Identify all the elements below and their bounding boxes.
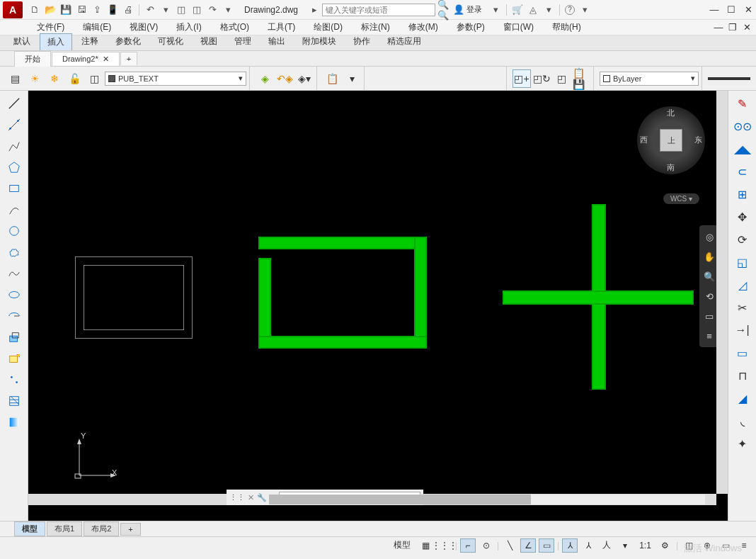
- tab-layout1[interactable]: 布局1: [47, 521, 82, 536]
- viewcube[interactable]: 上 北 南 西 东: [636, 105, 706, 176]
- user-icon[interactable]: 👤: [453, 4, 464, 16]
- move-icon[interactable]: ✥: [732, 207, 753, 227]
- doc-tab-start[interactable]: 开始: [14, 51, 51, 67]
- print-icon[interactable]: 🖨: [122, 4, 134, 16]
- trim-icon[interactable]: ✂: [732, 298, 753, 317]
- explode-icon[interactable]: ✦: [732, 434, 753, 453]
- layer-lock-icon[interactable]: 🔓: [65, 69, 84, 88]
- close-button[interactable]: ✕: [743, 5, 753, 15]
- drop1-icon[interactable]: ▾: [490, 4, 501, 16]
- search-input[interactable]: [322, 4, 435, 16]
- tab-featured[interactable]: 精选应用: [379, 33, 429, 50]
- undo-drop-icon[interactable]: ▾: [160, 4, 171, 16]
- menu-help[interactable]: 帮助(H): [549, 20, 584, 35]
- saveas-icon[interactable]: 🖫: [76, 4, 87, 16]
- drop2-icon[interactable]: ▾: [543, 4, 554, 16]
- tab-annotate[interactable]: 注释: [74, 33, 106, 50]
- lineweight-preview[interactable]: [708, 77, 750, 80]
- insert-block-icon[interactable]: [2, 327, 26, 347]
- tab-model[interactable]: 模型: [14, 521, 45, 536]
- doc-tab-drawing2[interactable]: Drawing2*✕: [52, 52, 120, 66]
- doc-minimize-button[interactable]: —: [714, 23, 723, 33]
- layeriso-icon[interactable]: ◈▾: [295, 69, 314, 88]
- layer-plot-icon[interactable]: ◫: [85, 69, 103, 88]
- erase-icon[interactable]: ✎: [732, 94, 753, 113]
- nav-wheel-icon[interactable]: ◎: [702, 230, 716, 244]
- ellipse-arc-icon[interactable]: [2, 306, 26, 326]
- block-attr-icon[interactable]: ◰: [552, 69, 571, 88]
- tab-manage[interactable]: 管理: [227, 33, 259, 50]
- stretch-icon[interactable]: ◿: [732, 275, 753, 295]
- fillet-icon[interactable]: ◟: [732, 411, 753, 431]
- tab-layout-add[interactable]: +: [120, 523, 140, 536]
- scroll-thumb[interactable]: [269, 495, 531, 504]
- layerprev-icon[interactable]: ↶◈: [275, 69, 294, 88]
- chamfer-icon[interactable]: ◢: [732, 388, 753, 408]
- ortho-icon[interactable]: ⌐: [460, 538, 476, 553]
- block-edit-icon[interactable]: ◰↻: [532, 69, 551, 88]
- polygon-icon[interactable]: [2, 157, 26, 177]
- osnap-icon[interactable]: ╲: [502, 538, 517, 553]
- lwt-icon[interactable]: ⅄: [562, 538, 578, 553]
- xline-icon[interactable]: [2, 115, 26, 135]
- tab-parametric[interactable]: 参数化: [108, 33, 149, 50]
- menu-file[interactable]: 文件(F): [34, 20, 67, 35]
- status-model-button[interactable]: 模型: [389, 538, 416, 553]
- extend-icon[interactable]: →|: [732, 320, 753, 340]
- snap-icon[interactable]: ⋮⋮⋮: [437, 538, 452, 553]
- layer-sun-icon[interactable]: ☀: [25, 69, 44, 88]
- custom-icon[interactable]: ≡: [736, 538, 752, 553]
- cloud-icon[interactable]: ◬: [527, 4, 539, 16]
- clean-icon[interactable]: ▭: [718, 538, 733, 553]
- undo-icon[interactable]: ↶: [144, 4, 156, 16]
- cmd-grip-icon[interactable]: ⋮⋮: [229, 493, 245, 502]
- gear-icon[interactable]: ⚙: [658, 538, 673, 553]
- menu-window[interactable]: 窗口(W): [500, 20, 537, 35]
- paste-icon[interactable]: 📋: [323, 69, 341, 88]
- viewcube-south[interactable]: 南: [667, 162, 675, 173]
- open-icon[interactable]: 📂: [45, 4, 56, 16]
- hatch-icon[interactable]: [2, 391, 26, 411]
- qp-icon[interactable]: 人: [599, 538, 614, 553]
- polyline-icon[interactable]: [2, 136, 26, 156]
- menu-param[interactable]: 参数(P): [454, 20, 488, 35]
- tab-collab[interactable]: 协作: [345, 33, 378, 50]
- layer-select[interactable]: PUB_TEXT ▾: [105, 72, 246, 86]
- dyn-icon[interactable]: ▭: [539, 538, 554, 553]
- viewcube-north[interactable]: 北: [667, 108, 675, 118]
- spline-icon[interactable]: [2, 264, 26, 283]
- rotate-icon[interactable]: ⟳: [732, 230, 753, 249]
- cart-icon[interactable]: 🛒: [512, 4, 523, 16]
- gradient-icon[interactable]: [2, 412, 26, 432]
- layerstate-icon[interactable]: ◈: [256, 69, 274, 88]
- nav-orbit-icon[interactable]: ⟲: [702, 289, 716, 303]
- layer-freeze-icon[interactable]: ❄: [45, 69, 64, 88]
- cmd-wrench-icon[interactable]: 🔧: [257, 493, 267, 502]
- join-icon[interactable]: ⊓: [732, 366, 753, 385]
- redo-drop-icon[interactable]: ▾: [222, 4, 234, 16]
- redo-icon[interactable]: ↷: [207, 4, 218, 16]
- nav-zoom-icon[interactable]: 🔍: [702, 269, 716, 283]
- arc-icon[interactable]: [2, 200, 26, 220]
- mirror-icon[interactable]: ◢◣: [732, 139, 753, 159]
- minimize-button[interactable]: —: [709, 5, 719, 15]
- tab-default[interactable]: 默认: [6, 33, 38, 50]
- doc-close-button[interactable]: ✕: [742, 23, 752, 33]
- doc-tab-close-icon[interactable]: ✕: [103, 55, 109, 64]
- tpy-icon[interactable]: ⅄: [580, 538, 596, 553]
- paste-drop-icon[interactable]: ▾: [343, 69, 361, 88]
- clip-icon[interactable]: ◫: [176, 4, 187, 16]
- tab-output[interactable]: 输出: [260, 33, 293, 50]
- polar-icon[interactable]: ⊙: [479, 538, 494, 553]
- hw-icon[interactable]: ⊕: [699, 538, 715, 553]
- array-icon[interactable]: ⊞: [732, 184, 753, 204]
- nav-pan-icon[interactable]: ✋: [702, 249, 716, 264]
- clip2-icon[interactable]: ◫: [191, 4, 202, 16]
- wcs-badge[interactable]: WCS ▾: [663, 193, 699, 204]
- save-icon[interactable]: 💾: [60, 4, 71, 16]
- viewcube-west[interactable]: 西: [640, 135, 648, 145]
- scrollbar-vertical[interactable]: [716, 91, 728, 494]
- find-icon[interactable]: 🔍🔍: [437, 4, 449, 16]
- login-text[interactable]: 登录: [466, 4, 482, 15]
- make-block-icon[interactable]: [2, 349, 26, 368]
